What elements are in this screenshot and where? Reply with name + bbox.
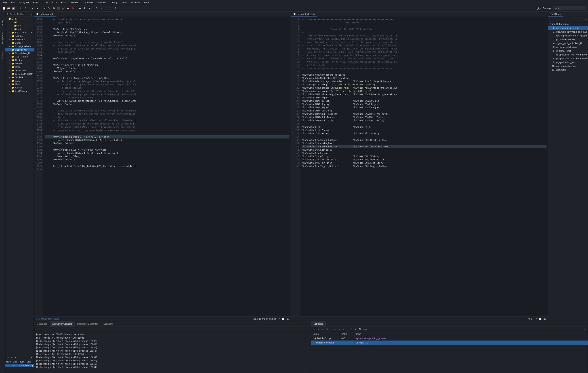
tab-gps-main[interactable]: 📄 gps-main.adb — [34, 11, 56, 17]
step-down-icon[interactable]: ⤵ — [114, 7, 117, 10]
nav-back-icon[interactable]: ◄ — [31, 7, 34, 10]
menu-window[interactable]: Window — [131, 1, 140, 4]
menu-spark[interactable]: SPARK — [71, 1, 79, 4]
redo-icon[interactable]: ↷ — [23, 7, 27, 10]
console-clear-icon[interactable]: ◌ — [35, 328, 38, 331]
stack-frame[interactable]: 2glib.application.marsh_gapplica — [548, 34, 588, 37]
stack-frame[interactable]: 6g_signal_emit — [548, 49, 588, 53]
tab-locations[interactable]: Locations — [101, 321, 116, 327]
refresh-icon[interactable]: ⟳ — [6, 13, 9, 16]
menu-file[interactable]: File — [3, 1, 7, 4]
rail-project[interactable]: Project — [1, 19, 4, 26]
step-over-icon[interactable]: ↷ — [95, 7, 98, 10]
stack-frame[interactable]: 8g_application_call_command_li — [548, 56, 588, 60]
tree-item-..[interactable]: 📁.. — [5, 21, 34, 24]
search-icon[interactable]: 🔍 — [16, 13, 19, 16]
stack-frame[interactable]: 1gps.main.command_line_callba — [548, 30, 588, 34]
tree-item-custom[interactable]: ▸📁Custom — [5, 58, 34, 62]
compile-icon[interactable]: ⬛ — [57, 7, 61, 10]
tab-src-contexts[interactable]: 📄 src_contexts.adb — [291, 11, 317, 17]
code-editor-left[interactable]: 2753275427552756 ˅2757275827592760276127… — [34, 17, 291, 317]
clean-icon[interactable]: 🧹 — [62, 7, 65, 10]
bp-menu-icon[interactable]: ≡ — [30, 356, 33, 359]
debug-icon[interactable]: 🐞 — [71, 7, 74, 10]
undo-icon[interactable]: ↶ — [19, 7, 22, 10]
menu-build[interactable]: Build — [61, 1, 66, 4]
menu-analyze[interactable]: Analyze — [98, 1, 106, 4]
stack-frame[interactable]: 7g_application_call_command_l — [548, 53, 588, 56]
bp-settings-icon[interactable]: ⟳ — [18, 356, 21, 359]
var-group3-icon[interactable]: ≡ — [342, 328, 345, 331]
collapse-icon[interactable]: ≡ — [13, 13, 15, 16]
tree-item-obj[interactable]: ▸📁obj — [5, 27, 34, 31]
variable-row[interactable]: ▾ ◉ Batch_Script0x0system.strings.string… — [311, 336, 588, 340]
callstack-menu-icon[interactable]: ≡ — [584, 18, 587, 21]
var-edit-icon[interactable]: ✎ — [326, 328, 328, 331]
build-main-icon[interactable]: ⚙ — [52, 7, 56, 10]
step-out-icon[interactable]: ↑ — [104, 7, 108, 10]
pause-icon[interactable]: ⏸ — [83, 7, 86, 10]
vcs-indicator[interactable]: git▾ — [537, 7, 541, 10]
var-add-icon[interactable]: + — [317, 328, 320, 331]
tree-item-gps_lsp_client[interactable]: ▸📁GPS_LSP_Client — [5, 72, 34, 76]
save-icon[interactable]: 💾 — [11, 7, 15, 10]
tree-item-code_analysis[interactable]: ▸📁Code_Analysis — [5, 44, 34, 48]
step-in-icon[interactable]: ↓ — [100, 7, 103, 10]
vars-menu-icon[interactable]: ≡ — [583, 328, 586, 331]
menu-icon[interactable]: ≡ — [31, 13, 33, 16]
tree-item-ada_module_ui[interactable]: ▸📁Ada_Module_UI — [5, 31, 34, 34]
menu-find[interactable]: Find — [33, 1, 38, 4]
var-group1-icon[interactable]: ≡ — [334, 328, 336, 331]
nav-forward-icon[interactable]: ► — [35, 7, 39, 10]
tree-item-docs[interactable]: ▸📁Docs — [5, 65, 34, 69]
menu-view[interactable]: View — [122, 1, 127, 4]
var-local-icon[interactable]: L — [350, 328, 353, 331]
tree-root[interactable]: ▾📁GPS — [5, 17, 34, 21]
menu-help[interactable]: Help — [144, 1, 149, 4]
tree-item-distrib[interactable]: ▸📁Distrib — [5, 62, 34, 65]
tree-item-browsers[interactable]: ▸📁Browsers — [5, 38, 34, 41]
stop-icon[interactable]: ⏹ — [88, 7, 91, 10]
build-icon[interactable]: 🔨 — [47, 7, 51, 10]
menu-edit[interactable]: Edit — [11, 1, 15, 4]
variables-filter-input[interactable] — [363, 328, 378, 330]
tree-item-gtkada[interactable]: ▸📁GtkAda — [5, 76, 34, 79]
project-filter-input[interactable] — [20, 13, 29, 15]
tree-item-aliases[interactable]: ▸📁Aliases — [5, 34, 34, 38]
tab-debugger-console[interactable]: Debugger Console — [50, 321, 74, 327]
var-group2-icon[interactable]: ≡ — [338, 328, 341, 331]
breakpoint-row[interactable]: 1☑breakkeepg — [5, 364, 34, 367]
tab-call-stack[interactable]: Call Stack — [548, 11, 564, 17]
tree-item-cpp_module[interactable]: ▸📁Cpp_Module — [5, 55, 34, 58]
search-icon[interactable]: 🔍 — [359, 328, 362, 331]
rail-outline[interactable]: Outline — [1, 52, 4, 59]
menu-navigate[interactable]: Navigate — [19, 1, 29, 4]
search-input[interactable] — [553, 6, 586, 10]
check-semantic-icon[interactable]: ✓ — [43, 7, 46, 10]
tab-debugger-execution[interactable]: Debugger Execution — [74, 321, 101, 327]
var-remove-icon[interactable]: − — [321, 328, 324, 331]
debugger-console-output[interactable]: [New Thread 0x7fffdfbf7700 (LWP 13935)] … — [34, 332, 311, 372]
stack-frame[interactable]: 9g_application_run — [548, 60, 588, 64]
stack-frame[interactable]: 3g_closure_invoke — [548, 37, 588, 41]
stack-frame[interactable]: 10glib.application.run — [548, 64, 588, 68]
tab-messages[interactable]: Messages — [34, 321, 50, 327]
bp-add-icon[interactable]: ◌ — [6, 356, 9, 359]
tree-item-keymanager[interactable]: ▸📁KeyManager — [5, 89, 34, 93]
variable-row[interactable]: Batch_Script.allstring (1 .. 0) — [311, 340, 588, 345]
tree-item-kernel[interactable]: ▸📁Kernel — [5, 86, 34, 89]
edit-icon[interactable]: ✎ — [10, 13, 12, 16]
bp-clear-icon[interactable]: ⊗ — [14, 356, 17, 359]
tree-item-completion_ui[interactable]: ▸📁Completion_UI — [5, 52, 34, 55]
menu-codepeer[interactable]: CodePeer — [83, 1, 94, 4]
code-editor-right[interactable]: 1234567891011121314151617181920212223242… — [291, 17, 548, 317]
menu-vcs[interactable]: VCS — [52, 1, 57, 4]
menu-code[interactable]: Code — [42, 1, 48, 4]
run-icon[interactable]: ▶ — [66, 7, 70, 10]
tree-item-help[interactable]: ▸📁Help — [5, 82, 34, 86]
stack-frame[interactable]: 0gps.main.finish_setup — [548, 26, 588, 30]
tree-item-builder[interactable]: ▸📁Builder — [5, 41, 34, 44]
stack-frame[interactable]: 5g_signal_emit_valist — [548, 45, 588, 49]
step-up-icon[interactable]: ⤴ — [109, 7, 113, 10]
var-tree-icon[interactable]: ◌ — [313, 328, 315, 331]
